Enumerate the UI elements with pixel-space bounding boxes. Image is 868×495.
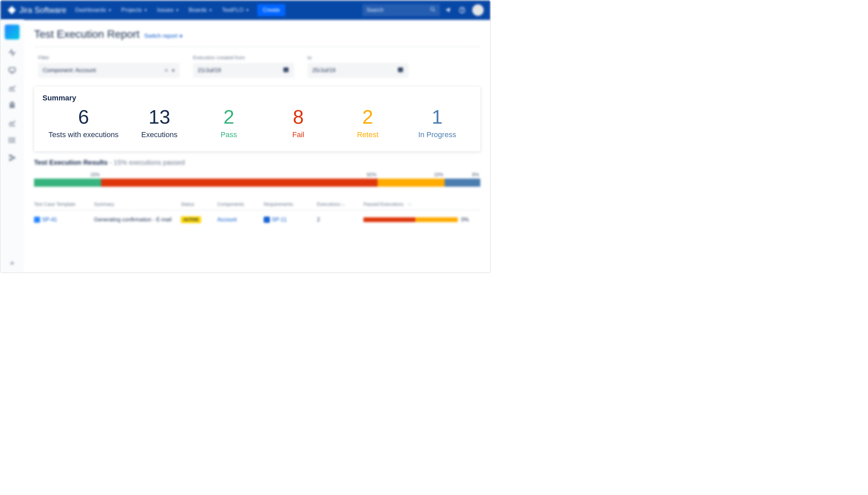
svg-line-1 — [433, 10, 435, 12]
summary-stat: 13Executions — [131, 107, 188, 139]
status-badge: ACTIVE — [181, 216, 201, 223]
page-title: Test Execution Report — [34, 28, 139, 40]
bar-segment — [101, 178, 378, 187]
sort-icon: ↑↓ — [340, 202, 344, 207]
svg-rect-22 — [402, 67, 402, 68]
left-sidebar: » — [0, 20, 24, 273]
progress-bar — [34, 178, 480, 187]
requirement-link[interactable]: ✓SP-11 — [264, 217, 314, 223]
global-search[interactable]: Search — [362, 4, 440, 16]
stat-label: Retest — [357, 130, 378, 139]
results-title: Test Execution Results - 15% executions … — [34, 159, 480, 167]
tree-icon[interactable] — [8, 153, 17, 162]
jira-logo[interactable]: Jira Software — [7, 5, 66, 15]
user-avatar[interactable] — [472, 4, 484, 16]
jira-icon — [7, 5, 17, 15]
to-date-value: 25/Jul/19 — [312, 67, 335, 74]
chevron-down-icon: ▾ — [172, 67, 175, 74]
stat-value: 2 — [223, 107, 234, 127]
th-status[interactable]: Status — [181, 202, 215, 207]
activity-icon[interactable] — [8, 48, 17, 57]
svg-point-12 — [10, 155, 11, 156]
th-test-case-template[interactable]: Test Case Template — [34, 202, 91, 207]
chart-icon-2[interactable] — [8, 118, 17, 127]
th-passed-executions[interactable]: Passed Executions↑↓ — [364, 202, 480, 207]
stat-value: 2 — [362, 107, 373, 127]
row-summary: Generating confirmation - E-mail — [94, 217, 178, 223]
svg-rect-18 — [287, 67, 288, 68]
svg-rect-21 — [399, 67, 400, 68]
chevron-down-icon: ▼ — [108, 8, 112, 12]
stat-value: 1 — [432, 107, 443, 127]
stat-value: 8 — [293, 107, 303, 127]
filter-value: Component: Account — [43, 67, 96, 74]
th-components[interactable]: Components — [217, 202, 261, 207]
addon-icon[interactable] — [8, 101, 17, 109]
to-date-field[interactable]: 25/Jul/19 — [307, 63, 409, 78]
svg-point-9 — [9, 138, 10, 138]
list-icon[interactable] — [8, 136, 17, 144]
menu-dashboards[interactable]: Dashboards▼ — [75, 7, 112, 14]
svg-rect-4 — [9, 68, 15, 72]
progress-bar-labels: 15%62%15%8% — [34, 172, 480, 177]
summary-stat: 6Tests with executions — [49, 107, 119, 139]
svg-rect-17 — [285, 67, 285, 68]
component-link[interactable]: Account — [217, 217, 261, 223]
svg-point-0 — [430, 7, 434, 11]
bar-segment-label: 15% — [377, 172, 445, 177]
from-date-label: Execution created from — [193, 55, 294, 60]
th-summary[interactable]: Summary — [94, 202, 178, 207]
switch-report-link[interactable]: Switch report▾ — [144, 33, 182, 40]
bar-segment — [445, 178, 480, 187]
svg-point-10 — [9, 140, 10, 140]
menu-projects[interactable]: Projects▼ — [121, 7, 147, 14]
menu-testflo[interactable]: TestFLO▼ — [222, 7, 249, 14]
summary-stat: 2Pass — [200, 107, 257, 139]
clear-filter-icon[interactable]: ✕ — [164, 68, 169, 73]
app-icon[interactable] — [5, 24, 20, 39]
doc-icon — [34, 217, 40, 223]
svg-point-13 — [10, 159, 11, 160]
feedback-icon[interactable] — [442, 4, 454, 16]
svg-rect-16 — [284, 68, 289, 69]
bar-segment-label: 15% — [34, 172, 101, 177]
from-date-field[interactable]: 21/Jul/19 — [193, 63, 294, 78]
help-icon[interactable] — [456, 4, 468, 16]
summary-stat: 8Fail — [270, 107, 327, 139]
executions-count: 2 — [317, 217, 361, 223]
create-button[interactable]: Create — [257, 4, 285, 16]
calendar-icon — [397, 66, 404, 75]
bar-segment — [377, 178, 445, 187]
th-requirements[interactable]: Requirements — [264, 202, 314, 207]
svg-rect-20 — [398, 68, 403, 69]
test-case-link[interactable]: SP-41 — [34, 217, 91, 223]
to-date-label: to — [307, 55, 409, 60]
th-executions[interactable]: Executions↑↓ — [317, 202, 361, 207]
svg-point-11 — [9, 142, 10, 142]
chevron-down-icon: ▼ — [246, 8, 249, 12]
chevron-down-icon: ▼ — [144, 8, 147, 12]
bar-segment-label: 62% — [101, 172, 378, 177]
passed-executions-bar — [364, 217, 458, 222]
chevron-down-icon: ▾ — [179, 33, 182, 40]
menu-boards[interactable]: Boards▼ — [189, 7, 213, 14]
search-placeholder: Search — [367, 7, 384, 13]
main-content: Test Execution Report Switch report▾ Fil… — [24, 20, 491, 273]
expand-sidebar-icon[interactable]: » — [10, 259, 14, 267]
summary-heading: Summary — [42, 94, 472, 102]
check-icon: ✓ — [264, 217, 270, 223]
table-row: SP-41Generating confirmation - E-mailACT… — [34, 210, 480, 229]
search-icon — [430, 6, 436, 14]
summary-stats: 6Tests with executions13Executions2Pass8… — [42, 106, 472, 139]
chart-icon[interactable] — [8, 83, 17, 92]
stat-label: Fail — [293, 130, 304, 139]
monitor-icon[interactable] — [8, 66, 17, 74]
menu-issues[interactable]: Issues▼ — [157, 7, 179, 14]
svg-point-3 — [462, 12, 462, 12]
filter-select[interactable]: Component: Account ✕ ▾ — [38, 63, 179, 78]
results-section: Test Execution Results - 15% executions … — [34, 159, 480, 229]
summary-card: Summary 6Tests with executions13Executio… — [34, 87, 480, 151]
calendar-icon — [283, 66, 289, 75]
stat-label: Pass — [220, 130, 237, 139]
svg-point-14 — [14, 157, 15, 158]
